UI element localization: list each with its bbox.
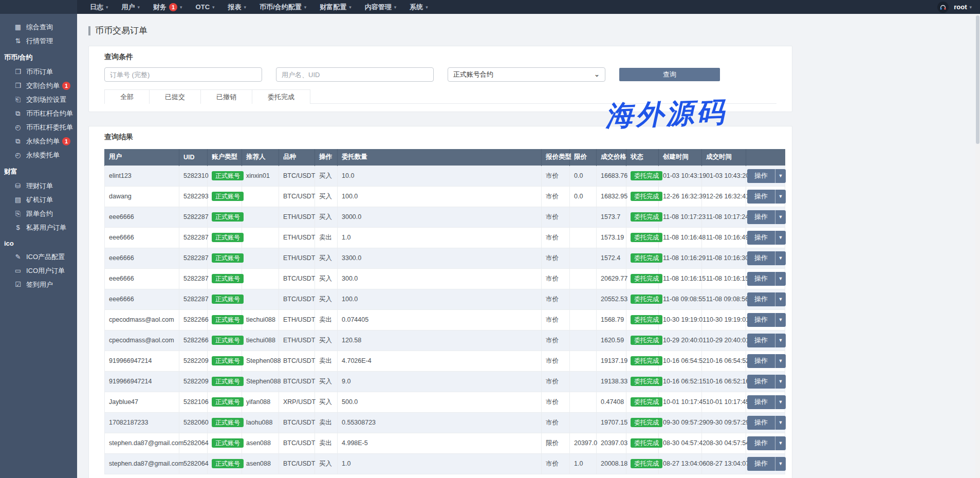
nav-item[interactable]: 报表▾ <box>221 0 253 14</box>
row-action-caret[interactable]: ▼ <box>775 210 786 224</box>
row-action-button[interactable]: 操作 <box>747 210 775 224</box>
account-type-badge: 正式账号 <box>212 438 244 448</box>
sidebar-item[interactable]: ◴币币杠杆委托单 <box>0 120 77 134</box>
sidebar-item[interactable]: ❒交割合约单1 <box>0 79 77 93</box>
row-action-button[interactable]: 操作 <box>747 416 775 430</box>
sidebar-item[interactable]: ❒币币订单 <box>0 65 77 79</box>
row-action-button[interactable]: 操作 <box>747 169 775 183</box>
cell-amount: 0.074405 <box>338 309 542 330</box>
row-action-caret[interactable]: ▼ <box>775 354 786 368</box>
sidebar-item[interactable]: ▤矿机订单 <box>0 193 77 207</box>
row-action-caret[interactable]: ▼ <box>775 190 786 204</box>
filter-tab[interactable]: 已撤销 <box>200 89 252 104</box>
order-no-input[interactable] <box>104 67 262 82</box>
row-action-group: 操作▼ <box>747 416 786 430</box>
column-header: 创建时间 <box>659 149 702 166</box>
row-action-caret[interactable]: ▼ <box>775 169 786 183</box>
sidebar-item[interactable]: ▦综合查询 <box>0 20 77 34</box>
nav-item-label: 财务 <box>153 3 167 12</box>
sidebar-item[interactable]: ⧉永续合约单1 <box>0 134 77 148</box>
cell-user: elint123 <box>105 166 179 186</box>
user-avatar[interactable] <box>937 2 949 13</box>
filter-tab[interactable]: 委托完成 <box>252 89 310 104</box>
row-action-button[interactable]: 操作 <box>747 292 775 306</box>
row-action-group: 操作▼ <box>747 375 786 389</box>
sidebar-item[interactable]: ⎗交割场控设置 <box>0 93 77 106</box>
nav-item[interactable]: 财务1▾ <box>146 0 189 14</box>
row-action-caret[interactable]: ▼ <box>775 313 786 327</box>
nav-item[interactable]: 币币/合约配置▾ <box>253 0 313 14</box>
sidebar-item[interactable]: ☑签到用户 <box>0 278 77 291</box>
row-action-button[interactable]: 操作 <box>747 231 775 245</box>
row-action-caret[interactable]: ▼ <box>775 375 786 389</box>
cell-referrer: Stephen088 <box>242 351 279 371</box>
filter-tab[interactable]: 已提交 <box>149 89 201 104</box>
cell-referrer: yifan088 <box>242 392 279 412</box>
user-uid-input[interactable] <box>276 67 434 82</box>
row-action-caret[interactable]: ▼ <box>775 334 786 347</box>
sidebar-item-label: 永续合约单 <box>26 137 60 146</box>
row-action-caret[interactable]: ▼ <box>775 457 786 471</box>
row-action-caret[interactable]: ▼ <box>775 231 786 245</box>
row-action-button[interactable]: 操作 <box>747 272 775 286</box>
cell-referrer: tiechui088 <box>242 330 279 351</box>
cell-deal-price: 19137.19 <box>597 351 626 371</box>
chevron-down-icon: ▾ <box>212 5 215 10</box>
cell-user: 17082187233 <box>105 412 179 433</box>
row-action-button[interactable]: 操作 <box>747 190 775 204</box>
row-action-button[interactable]: 操作 <box>747 457 775 471</box>
query-button[interactable]: 查询 <box>619 68 720 81</box>
cell-side: 买入 <box>315 248 338 268</box>
cell-symbol: ETH/USDT <box>279 207 315 227</box>
row-action-button[interactable]: 操作 <box>747 395 775 409</box>
row-action-caret[interactable]: ▼ <box>775 251 786 265</box>
row-action-button[interactable]: 操作 <box>747 375 775 389</box>
sidebar-item[interactable]: ⎘跟单合约 <box>0 207 77 220</box>
status-badge: 委托完成 <box>631 233 662 242</box>
nav-item[interactable]: 用户▾ <box>115 0 147 14</box>
cell-created-at: 11-08 10:16:15 <box>659 268 702 289</box>
nav-item[interactable]: 内容管理▾ <box>358 0 403 14</box>
filter-tab[interactable]: 全部 <box>104 89 150 104</box>
nav-item[interactable]: 日志▾ <box>83 0 115 14</box>
column-header: 报价类型 <box>542 149 570 166</box>
sidebar-item[interactable]: ⇅行情管理 <box>0 34 77 48</box>
row-action-caret[interactable]: ▼ <box>775 395 786 409</box>
cell-side: 买入 <box>315 289 338 309</box>
page-title: 币币交易订单 <box>88 25 147 36</box>
sidebar-item[interactable]: ◴永续委托单 <box>0 148 77 162</box>
sidebar-item[interactable]: ⛁理财订单 <box>0 179 77 193</box>
row-action-caret[interactable]: ▼ <box>775 416 786 430</box>
grid-icon: ▦ <box>14 23 22 31</box>
nav-item[interactable]: 系统▾ <box>403 0 435 14</box>
row-action-group: 操作▼ <box>747 169 786 183</box>
column-header: 限价 <box>570 149 597 166</box>
row-action-caret[interactable]: ▼ <box>775 292 786 306</box>
row-action-button[interactable]: 操作 <box>747 251 775 265</box>
user-menu[interactable]: root ▾ <box>954 3 972 11</box>
sidebar-item[interactable]: $私募用户订单 <box>0 220 77 234</box>
row-action-caret[interactable]: ▼ <box>775 436 786 450</box>
sidebar-item[interactable]: ✎ICO产品配置 <box>0 250 77 264</box>
row-action-button[interactable]: 操作 <box>747 334 775 347</box>
cell-dealt-at: 10-16 06:54:52 <box>702 351 746 371</box>
sidebar-item-label: 综合查询 <box>26 23 53 32</box>
account-type-select[interactable]: 正式账号合约 ⌄ <box>448 67 605 82</box>
cell-status: 委托完成 <box>626 412 659 433</box>
row-action-button[interactable]: 操作 <box>747 354 775 368</box>
sidebar-item[interactable]: ⧉币币杠杆合约单 <box>0 106 77 120</box>
row-action-caret[interactable]: ▼ <box>775 272 786 286</box>
scrollbar-thumb[interactable] <box>976 15 979 144</box>
cell-symbol: BTC/USDT <box>279 412 315 433</box>
cell-created-at: 01-03 10:43:19 <box>659 166 702 186</box>
row-action-button[interactable]: 操作 <box>747 436 775 450</box>
nav-item[interactable]: OTC▾ <box>189 0 221 14</box>
nav-item[interactable]: 财富配置▾ <box>313 0 358 14</box>
cell-symbol: BTC/USDT <box>279 433 315 453</box>
cell-account-type: 正式账号 <box>208 433 242 453</box>
cell-actions: 操作▼ <box>746 309 785 330</box>
scrollbar-track[interactable] <box>975 14 980 478</box>
sidebar-item[interactable]: ▭ICO用户订单 <box>0 264 77 278</box>
row-action-button[interactable]: 操作 <box>747 313 775 327</box>
status-badge: 委托完成 <box>631 336 662 345</box>
